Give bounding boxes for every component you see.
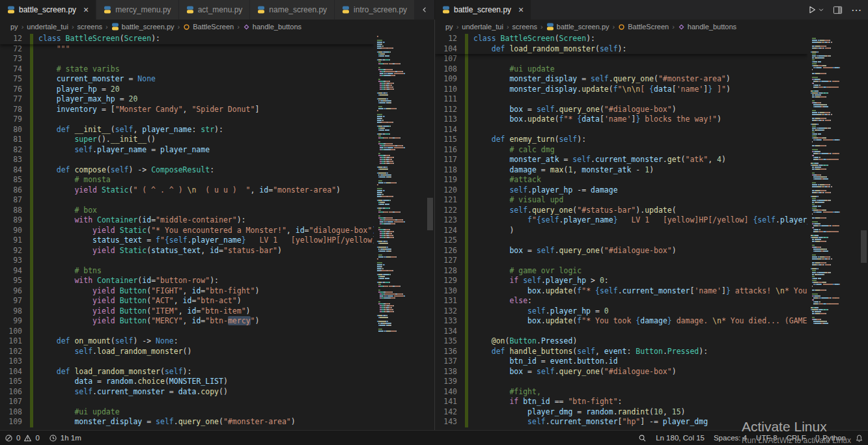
- code-line[interactable]: 127: [435, 256, 807, 266]
- breadcrumb-item-screens[interactable]: screens: [77, 23, 103, 31]
- code-line[interactable]: 98 yield Button("ITEM", id="btn-item"): [0, 306, 374, 317]
- code-line[interactable]: 79: [0, 115, 374, 125]
- breadcrumb-item-BattleScreen[interactable]: BattleScreen: [183, 23, 234, 31]
- tab-act_menu.py[interactable]: act_menu.py: [179, 0, 251, 20]
- breadcrumb-item-py[interactable]: py: [445, 23, 453, 31]
- code-line[interactable]: 97 yield Button("ACT", id="btn-act"): [0, 296, 374, 306]
- code-line[interactable]: 124 ): [435, 226, 807, 236]
- notifications-bell-icon[interactable]: [850, 431, 868, 445]
- close-tab-icon[interactable]: ×: [83, 5, 89, 14]
- breadcrumb-item-battle_screen.py[interactable]: battle_screen.py: [546, 23, 609, 31]
- code-line[interactable]: 111: [435, 94, 807, 105]
- eol-setting[interactable]: CRLF: [782, 431, 811, 445]
- code-line[interactable]: 80 def __init__(self, player_name: str):: [0, 125, 374, 135]
- code-line[interactable]: 93: [0, 256, 374, 266]
- code-line[interactable]: 141 if btn_id == "btn-fight":: [435, 397, 807, 407]
- code-line[interactable]: 12class BattleScreen(Screen):: [0, 34, 374, 44]
- language-mode[interactable]: { }Python: [811, 431, 850, 445]
- code-line[interactable]: 139: [435, 377, 807, 387]
- code-line[interactable]: 126 box = self.query_one("#dialogue-box"…: [435, 246, 807, 256]
- code-line[interactable]: 92 yield Static(status_text, id="status-…: [0, 246, 374, 256]
- code-line[interactable]: 82 self.player_name = player_name: [0, 145, 374, 155]
- breadcrumb-item-undertale_tui[interactable]: undertale_tui: [462, 23, 503, 31]
- run-python-file-button[interactable]: [807, 5, 824, 14]
- breadcrumb-item-py[interactable]: py: [10, 23, 18, 31]
- code-line[interactable]: 105 data = random.choice(MONSTER_LIST): [0, 377, 374, 387]
- code-line[interactable]: 131 else:: [435, 296, 807, 306]
- code-line[interactable]: 73: [0, 54, 374, 64]
- code-line[interactable]: 118 damage = max(1, monster_atk - 1): [435, 165, 807, 176]
- more-actions-button[interactable]: ⋯: [851, 4, 861, 16]
- code-line[interactable]: 75 current_monster = None: [0, 74, 374, 85]
- code-line[interactable]: 115 def enemy_turn(self):: [435, 135, 807, 145]
- code-line[interactable]: 138 box = self.query_one("#dialogue-box"…: [435, 367, 807, 377]
- tab-intro_screen.py[interactable]: intro_screen.py: [335, 0, 415, 20]
- code-line[interactable]: 77 player_max_hp = 20: [0, 94, 374, 105]
- code-line[interactable]: 140 #fight,: [435, 387, 807, 398]
- code-line[interactable]: 123 f"{self.player_name} LV 1 [yellow]HP…: [435, 215, 807, 226]
- code-line[interactable]: 117 monster_atk = self.current_monster.g…: [435, 155, 807, 165]
- code-line[interactable]: 76 player_hp = 20: [0, 85, 374, 95]
- code-line[interactable]: 119 #attack: [435, 175, 807, 185]
- breadcrumb-item-screens[interactable]: screens: [512, 23, 538, 31]
- minimap[interactable]: [374, 34, 434, 430]
- code-line[interactable]: 102 self.load_random_monster(): [0, 347, 374, 357]
- code-line[interactable]: 130 box.update(f"* {self.current_monster…: [435, 286, 807, 297]
- code-editor[interactable]: 72 """7374 # state varibs75 current_mons…: [0, 44, 374, 431]
- code-line[interactable]: 103: [0, 357, 374, 367]
- code-line[interactable]: 81 super().__init__(): [0, 135, 374, 145]
- code-line[interactable]: 12class BattleScreen(Screen):: [435, 34, 807, 44]
- scrollbar-thumb[interactable]: [861, 230, 867, 263]
- code-line[interactable]: 104 def load_random_monster(self):: [435, 44, 807, 55]
- code-line[interactable]: 96 yield Button("FIGHT", id="btn-fight"): [0, 286, 374, 297]
- tab-battle_screen.py[interactable]: battle_screen.py×: [0, 0, 96, 20]
- close-tab-icon[interactable]: ×: [518, 5, 524, 14]
- code-line[interactable]: 125: [435, 236, 807, 246]
- tab-mercy_menu.py[interactable]: mercy_menu.py: [96, 0, 178, 20]
- code-line[interactable]: 87: [0, 195, 374, 206]
- code-line[interactable]: 128 # game ovr logic: [435, 266, 807, 276]
- tab-battle_screen.py[interactable]: battle_screen.py×: [435, 0, 531, 20]
- code-line[interactable]: 122 self.query_one("#status-bar").update…: [435, 206, 807, 216]
- code-line[interactable]: 137 btn_id = event.button.id: [435, 357, 807, 367]
- code-editor[interactable]: 107108 #ui update109 monster_display = s…: [435, 54, 807, 430]
- code-line[interactable]: 110 monster_display.update(f"\n\n[ {data…: [435, 85, 807, 95]
- code-line[interactable]: 99 yield Button("MERCY", id="btn-mercy"): [0, 316, 374, 327]
- breadcrumb-item-handle_buttons[interactable]: handle_buttons: [678, 23, 736, 31]
- scrollbar-thumb[interactable]: [427, 198, 433, 230]
- code-line[interactable]: 78 inventory = ["Monster Candy", "Spider…: [0, 105, 374, 115]
- breadcrumb-item-battle_screen.py[interactable]: battle_screen.py: [111, 23, 175, 31]
- code-line[interactable]: 116 # calc dmg: [435, 145, 807, 155]
- code-line[interactable]: 107: [435, 54, 807, 64]
- problems-indicator[interactable]: 00: [0, 431, 44, 445]
- code-line[interactable]: 74 # state varibs: [0, 64, 374, 75]
- breadcrumb-item-handle_buttons[interactable]: handle_buttons: [243, 23, 301, 31]
- code-line[interactable]: 108 #ui update: [0, 407, 374, 418]
- code-line[interactable]: 107: [0, 397, 374, 407]
- code-line[interactable]: 91 status_text = f"{self.player_name} LV…: [0, 236, 374, 246]
- code-line[interactable]: 114: [435, 125, 807, 135]
- code-line[interactable]: 72 """: [0, 44, 374, 55]
- code-line[interactable]: 95 with Container(id="button-row"):: [0, 276, 374, 286]
- code-line[interactable]: 104 def load_random_monster(self):: [0, 367, 374, 377]
- cursor-position[interactable]: Ln 180, Col 15: [651, 431, 709, 445]
- code-line[interactable]: 85 # monsta: [0, 175, 374, 185]
- encoding-setting[interactable]: UTF-8: [751, 431, 782, 445]
- code-line[interactable]: 135 @on(Button.Pressed): [435, 336, 807, 347]
- code-line[interactable]: 136 def handle_buttons(self, event: Butt…: [435, 347, 807, 357]
- breadcrumb-item-undertale_tui[interactable]: undertale_tui: [27, 23, 68, 31]
- code-line[interactable]: 89 with Container(id="middle-container")…: [0, 215, 374, 226]
- code-line[interactable]: 88 # box: [0, 206, 374, 216]
- search-status-icon[interactable]: [634, 431, 651, 445]
- code-line[interactable]: 132 self.player_hp = 0: [435, 306, 807, 317]
- tab-name_screen.py[interactable]: name_screen.py: [250, 0, 335, 20]
- code-line[interactable]: 109 monster_display = self.query_one("#m…: [0, 417, 374, 427]
- code-line[interactable]: 94 # btns: [0, 266, 374, 276]
- code-line[interactable]: 120 self.player_hp -= damage: [435, 185, 807, 196]
- code-line[interactable]: 129 if self.player_hp > 0:: [435, 276, 807, 286]
- code-line[interactable]: 100: [0, 327, 374, 337]
- code-line[interactable]: 84 def compose(self) -> ComposeResult:: [0, 165, 374, 176]
- code-line[interactable]: 121 # visual upd: [435, 195, 807, 206]
- editor-layout-button[interactable]: [833, 5, 843, 15]
- code-line[interactable]: 112 box = self.query_one("#dialogue-box"…: [435, 105, 807, 115]
